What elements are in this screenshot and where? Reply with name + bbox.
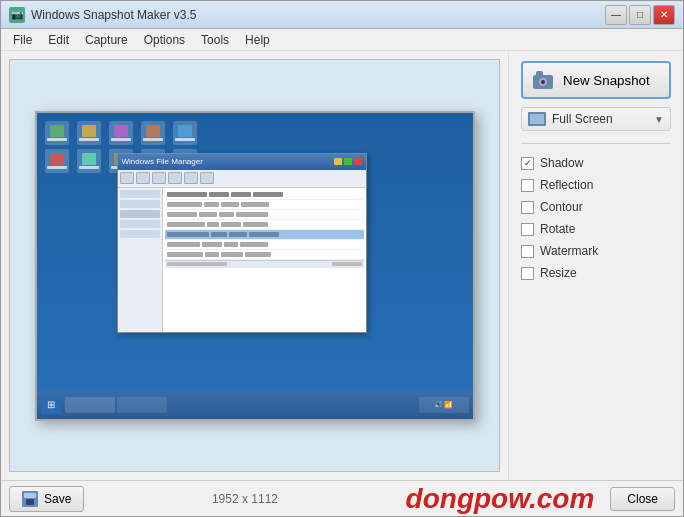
inner-sidebar (118, 188, 163, 332)
minimize-button[interactable]: — (605, 5, 627, 25)
status-dimensions: 1952 x 1112 (84, 492, 405, 506)
checkbox-watermark: Watermark (521, 244, 671, 258)
reflection-label: Reflection (540, 178, 593, 192)
inner-file-area (118, 188, 366, 332)
rotate-checkbox[interactable] (521, 223, 534, 236)
contour-label: Contour (540, 200, 583, 214)
inner-btn-3 (152, 172, 166, 184)
inner-toolbar (118, 170, 366, 188)
inner-btn-4 (168, 172, 182, 184)
inner-file-row-header (165, 190, 364, 200)
maximize-button[interactable]: □ (629, 5, 651, 25)
checkbox-contour: Contour (521, 200, 671, 214)
new-snapshot-label: New Snapshot (563, 73, 650, 88)
canvas-area: Windows File Manager (9, 59, 500, 472)
camera-icon (533, 71, 555, 89)
rotate-label: Rotate (540, 222, 575, 236)
menubar: File Edit Capture Options Tools Help (1, 29, 683, 51)
shadow-checkbox[interactable]: ✓ (521, 157, 534, 170)
inner-btn-5 (184, 172, 198, 184)
floppy-icon (22, 491, 38, 507)
dropdown-arrow-icon: ▼ (654, 114, 664, 125)
app-icon: 📷 (9, 7, 25, 23)
new-snapshot-button[interactable]: New Snapshot (521, 61, 671, 99)
close-button[interactable]: ✕ (653, 5, 675, 25)
inner-btn-2 (136, 172, 150, 184)
inner-window: Windows File Manager (117, 153, 367, 333)
side-panel-spacer (521, 288, 671, 470)
preview-icon-7 (77, 149, 101, 173)
screenshot-preview: Windows File Manager (35, 111, 475, 421)
inner-btn-6 (200, 172, 214, 184)
menu-capture[interactable]: Capture (77, 31, 136, 49)
inner-file-row-1 (165, 200, 364, 210)
resize-label: Resize (540, 266, 577, 280)
inner-file-row-6 (165, 250, 364, 260)
preview-taskbar: ⊞ 🔊 📶 (37, 391, 473, 419)
close-bottom-button[interactable]: Close (610, 487, 675, 511)
menu-tools[interactable]: Tools (193, 31, 237, 49)
checkbox-shadow: ✓ Shadow (521, 156, 671, 170)
menu-edit[interactable]: Edit (40, 31, 77, 49)
reflection-checkbox[interactable] (521, 179, 534, 192)
preview-icon-5 (173, 121, 197, 145)
preview-icon-4 (141, 121, 165, 145)
main-content: Windows File Manager (1, 51, 683, 480)
resize-checkbox[interactable] (521, 267, 534, 280)
dimensions-text: 1952 x 1112 (212, 492, 278, 506)
checkbox-group: ✓ Shadow Reflection Contour Rotate (521, 156, 671, 280)
watermark-brand: dongpow.com (406, 483, 595, 515)
inner-file-row-5 (165, 240, 364, 250)
divider-1 (521, 143, 671, 144)
checkbox-rotate: Rotate (521, 222, 671, 236)
preview-icon-2 (77, 121, 101, 145)
main-window: 📷 Windows Snapshot Maker v3.5 — □ ✕ File… (0, 0, 684, 517)
monitor-icon (528, 112, 546, 126)
inner-file-row-3 (165, 220, 364, 230)
inner-file-row-4 (165, 230, 364, 240)
preview-icon-1 (45, 121, 69, 145)
preview-icon-3 (109, 121, 133, 145)
save-label: Save (44, 492, 71, 506)
menu-file[interactable]: File (5, 31, 40, 49)
shadow-label: Shadow (540, 156, 583, 170)
fullscreen-row[interactable]: Full Screen ▼ (521, 107, 671, 131)
side-panel: New Snapshot Full Screen ▼ ✓ Shadow Refl… (508, 51, 683, 480)
save-button[interactable]: Save (9, 486, 84, 512)
checkbox-resize: Resize (521, 266, 671, 280)
title-buttons: — □ ✕ (605, 5, 675, 25)
inner-title-bar: Windows File Manager (118, 154, 366, 170)
preview-desktop: Windows File Manager (37, 113, 473, 419)
statusbar: Save 1952 x 1112 dongpow.com Close (1, 480, 683, 516)
menu-help[interactable]: Help (237, 31, 278, 49)
menu-options[interactable]: Options (136, 31, 193, 49)
inner-file-list (163, 188, 366, 332)
inner-btn-1 (120, 172, 134, 184)
fullscreen-label: Full Screen (552, 112, 648, 126)
watermark-checkbox[interactable] (521, 245, 534, 258)
title-bar: 📷 Windows Snapshot Maker v3.5 — □ ✕ (1, 1, 683, 29)
inner-file-row-2 (165, 210, 364, 220)
inner-title-text: Windows File Manager (122, 157, 334, 166)
contour-checkbox[interactable] (521, 201, 534, 214)
checkbox-reflection: Reflection (521, 178, 671, 192)
preview-icon-6 (45, 149, 69, 173)
window-title: Windows Snapshot Maker v3.5 (31, 8, 605, 22)
watermark-label: Watermark (540, 244, 598, 258)
